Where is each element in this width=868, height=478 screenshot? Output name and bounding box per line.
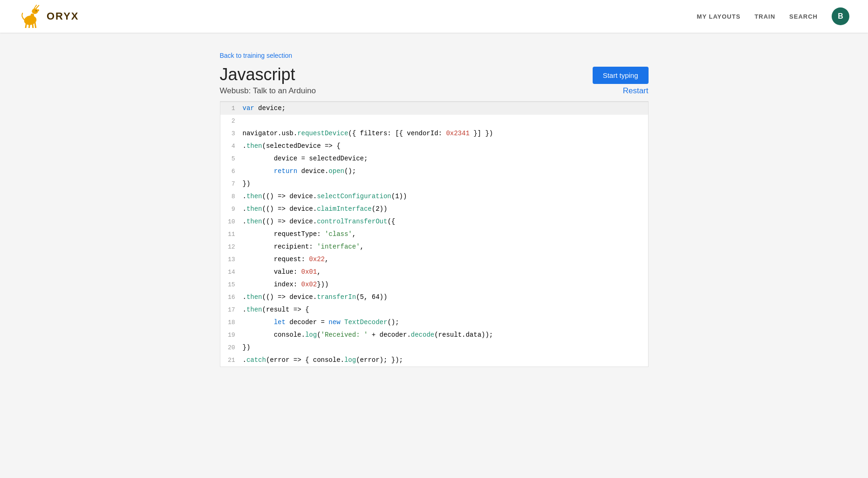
code-content-21: .catch(error => { console.log(error); })… bbox=[243, 354, 641, 366]
logo-area: ORYX bbox=[19, 5, 79, 28]
nav-search[interactable]: SEARCH bbox=[789, 13, 818, 20]
main-nav: MY LAYOUTS TRAIN SEARCH B bbox=[697, 7, 849, 25]
nav-my-layouts[interactable]: MY LAYOUTS bbox=[697, 13, 741, 20]
user-avatar[interactable]: B bbox=[832, 7, 849, 25]
code-line-1: 1 var device; bbox=[220, 102, 648, 115]
code-content-4: .then(selectedDevice => { bbox=[243, 140, 641, 152]
code-content-2 bbox=[243, 115, 641, 127]
code-content-8: .then(() => device.selectConfiguration(1… bbox=[243, 190, 641, 202]
svg-line-10 bbox=[35, 22, 36, 28]
code-content-20: }) bbox=[243, 341, 641, 353]
line-num-3: 3 bbox=[228, 128, 243, 140]
code-content-11: requestType: 'class', bbox=[243, 228, 641, 240]
code-line-18: 18 let decoder = new TextDecoder(); bbox=[220, 316, 648, 329]
code-line-10: 10 .then(() => device.controlTransferOut… bbox=[220, 215, 648, 228]
code-line-6: 6 return device.open(); bbox=[220, 165, 648, 178]
page-header: Javascript Start typing bbox=[220, 65, 649, 84]
svg-line-9 bbox=[33, 24, 33, 28]
line-num-1: 1 bbox=[228, 103, 243, 115]
code-content-16: .then(() => device.transferIn(5, 64)) bbox=[243, 291, 641, 303]
code-line-14: 14 value: 0x01, bbox=[220, 266, 648, 278]
line-num-18: 18 bbox=[228, 317, 243, 329]
subtitle-row: Webusb: Talk to an Arduino Restart bbox=[220, 86, 649, 102]
code-line-5: 5 device = selectedDevice; bbox=[220, 152, 648, 165]
code-line-8: 8 .then(() => device.selectConfiguration… bbox=[220, 190, 648, 203]
line-num-4: 4 bbox=[228, 140, 243, 152]
nav-train[interactable]: TRAIN bbox=[754, 13, 775, 20]
line-num-7: 7 bbox=[228, 178, 243, 190]
app-header: ORYX MY LAYOUTS TRAIN SEARCH B bbox=[0, 0, 868, 33]
code-line-9: 9 .then(() => device.claimInterface(2)) bbox=[220, 203, 648, 215]
line-num-16: 16 bbox=[228, 291, 243, 304]
code-content-9: .then(() => device.claimInterface(2)) bbox=[243, 203, 641, 215]
line-num-19: 19 bbox=[228, 329, 243, 341]
code-line-21: 21 .catch(error => { console.log(error);… bbox=[220, 354, 648, 367]
line-num-12: 12 bbox=[228, 241, 243, 253]
code-line-17: 17 .then(result => { bbox=[220, 304, 648, 316]
code-content-10: .then(() => device.controlTransferOut({ bbox=[243, 215, 641, 228]
code-content-13: request: 0x22, bbox=[243, 253, 641, 265]
code-line-4: 4 .then(selectedDevice => { bbox=[220, 140, 648, 152]
oryx-logo-icon bbox=[19, 5, 42, 28]
line-num-5: 5 bbox=[228, 153, 243, 165]
svg-line-7 bbox=[26, 23, 27, 28]
line-num-15: 15 bbox=[228, 279, 243, 291]
code-content-12: recipient: 'interface', bbox=[243, 241, 641, 253]
line-num-6: 6 bbox=[228, 166, 243, 178]
line-num-10: 10 bbox=[228, 216, 243, 228]
code-line-3: 3 navigator.usb.requestDevice({ filters:… bbox=[220, 127, 648, 140]
code-line-13: 13 request: 0x22, bbox=[220, 253, 648, 266]
line-num-8: 8 bbox=[228, 191, 243, 203]
code-line-19: 19 console.log('Received: ' + decoder.de… bbox=[220, 329, 648, 341]
line-num-21: 21 bbox=[228, 354, 243, 367]
line-num-2: 2 bbox=[228, 115, 243, 127]
code-line-11: 11 requestType: 'class', bbox=[220, 228, 648, 241]
svg-point-6 bbox=[36, 10, 37, 11]
start-typing-button[interactable]: Start typing bbox=[593, 67, 649, 84]
line-num-20: 20 bbox=[228, 342, 243, 354]
line-num-9: 9 bbox=[228, 203, 243, 215]
code-line-16: 16 .then(() => device.transferIn(5, 64)) bbox=[220, 291, 648, 304]
code-line-2: 2 bbox=[220, 115, 648, 127]
code-content-1: var device; bbox=[243, 102, 641, 114]
code-block: 1 var device; 2 3 navigator.usb.requestD… bbox=[220, 102, 649, 367]
code-line-20: 20 }) bbox=[220, 341, 648, 354]
code-line-12: 12 recipient: 'interface', bbox=[220, 241, 648, 253]
main-content: Back to training selection Javascript St… bbox=[201, 33, 667, 395]
line-num-13: 13 bbox=[228, 254, 243, 266]
line-num-14: 14 bbox=[228, 266, 243, 278]
logo-text: ORYX bbox=[47, 10, 79, 22]
code-content-17: .then(result => { bbox=[243, 304, 641, 316]
page-subtitle: Webusb: Talk to an Arduino bbox=[220, 86, 316, 96]
code-content-6: return device.open(); bbox=[243, 165, 641, 177]
code-line-7: 7 }) bbox=[220, 178, 648, 190]
code-content-14: value: 0x01, bbox=[243, 266, 641, 278]
svg-line-8 bbox=[29, 24, 30, 28]
code-content-18: let decoder = new TextDecoder(); bbox=[243, 316, 641, 328]
code-content-15: index: 0x02})) bbox=[243, 278, 641, 291]
back-link[interactable]: Back to training selection bbox=[220, 52, 293, 59]
code-line-15: 15 index: 0x02})) bbox=[220, 278, 648, 291]
line-num-17: 17 bbox=[228, 304, 243, 316]
code-content-3: navigator.usb.requestDevice({ filters: [… bbox=[243, 127, 641, 139]
code-content-19: console.log('Received: ' + decoder.decod… bbox=[243, 329, 641, 341]
code-content-7: }) bbox=[243, 178, 641, 190]
line-num-11: 11 bbox=[228, 229, 243, 241]
code-content-5: device = selectedDevice; bbox=[243, 152, 641, 165]
page-title: Javascript bbox=[220, 65, 295, 84]
restart-link[interactable]: Restart bbox=[623, 86, 649, 96]
